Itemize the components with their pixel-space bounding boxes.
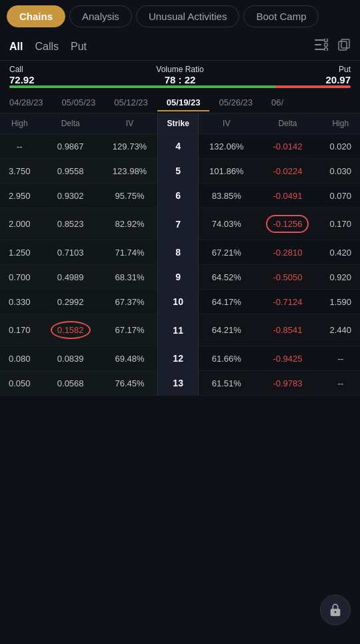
table-header-row: High Delta IV Strike IV Delta High — [0, 113, 360, 134]
cell-strike: 7 — [158, 208, 199, 240]
cell-strike: 12 — [158, 346, 199, 371]
cell-put-high: 0.170 — [321, 208, 360, 240]
cell-put-iv: 67.21% — [199, 240, 255, 265]
col-put-iv: IV — [199, 113, 255, 134]
cell-call-delta: 0.8523 — [39, 208, 102, 240]
cell-strike: 6 — [158, 184, 199, 208]
cell-call-high: 0.080 — [0, 346, 39, 371]
cell-call-delta: 0.9867 — [39, 134, 102, 159]
cell-call-delta: 0.0839 — [39, 346, 102, 371]
col-call-high: High — [0, 113, 39, 134]
date-0512[interactable]: 05/12/23 — [105, 95, 157, 111]
cell-put-delta: -0.8541 — [254, 314, 321, 346]
cell-call-iv: 69.48% — [102, 346, 158, 371]
svg-rect-7 — [341, 39, 349, 48]
table-row: 3.7500.9558123.98%5101.86%-0.02240.030 — [0, 159, 360, 184]
cell-call-high: 3.750 — [0, 159, 39, 184]
filter-calls[interactable]: Calls — [35, 41, 59, 53]
cell-put-high: 0.420 — [321, 240, 360, 265]
table-row: --0.9867129.73%4132.06%-0.01420.020 — [0, 134, 360, 159]
cell-call-high: 0.330 — [0, 290, 39, 314]
floating-lock-button[interactable] — [320, 595, 351, 625]
cell-call-high: 2.000 — [0, 208, 39, 240]
nav-bootcamp[interactable]: Boot Camp — [243, 5, 319, 27]
filter-all[interactable]: All — [9, 41, 23, 53]
cell-put-delta: -0.7124 — [254, 290, 321, 314]
cell-put-delta: -0.9783 — [254, 371, 321, 396]
cell-call-high: 0.050 — [0, 371, 39, 396]
cell-call-delta: 0.7103 — [39, 240, 102, 265]
date-0428[interactable]: 04/28/23 — [0, 95, 53, 111]
cell-put-iv: 132.06% — [199, 134, 255, 159]
cell-call-iv: 76.45% — [102, 371, 158, 396]
cell-call-high: 2.950 — [0, 184, 39, 208]
cell-put-high: 2.440 — [321, 314, 360, 346]
cell-put-delta: -0.0491 — [254, 184, 321, 208]
cell-strike: 4 — [158, 134, 199, 159]
cell-call-iv: 123.98% — [102, 159, 158, 184]
volume-ratio-section: Call Volume Ratio Put 72.92 78 : 22 20.9… — [0, 61, 360, 91]
date-0519[interactable]: 05/19/23 — [157, 95, 210, 111]
table-row: 0.0500.056876.45%1361.51%-0.9783-- — [0, 371, 360, 396]
nav-unusual[interactable]: Unusual Activities — [136, 5, 240, 27]
svg-rect-0 — [315, 39, 324, 41]
cell-call-high: 1.250 — [0, 240, 39, 265]
cell-put-delta: -0.5050 — [254, 265, 321, 290]
cell-put-delta: -0.0142 — [254, 134, 321, 159]
cell-put-delta: -0.1256 — [254, 208, 321, 240]
cell-strike: 9 — [158, 265, 199, 290]
cell-call-iv: 129.73% — [102, 134, 158, 159]
cell-put-delta: -0.9425 — [254, 346, 321, 371]
circled-put-delta: -0.1256 — [266, 215, 309, 233]
call-label: Call — [9, 65, 123, 74]
lock-icon — [328, 603, 343, 617]
cell-call-iv: 67.37% — [102, 290, 158, 314]
cell-put-delta: -0.0224 — [254, 159, 321, 184]
cell-put-iv: 64.21% — [199, 314, 255, 346]
cell-strike: 13 — [158, 371, 199, 396]
svg-point-3 — [325, 39, 328, 42]
table-row: 0.1700.158267.17%1164.21%-0.85412.440 — [0, 314, 360, 346]
cell-call-high: 0.700 — [0, 265, 39, 290]
svg-point-5 — [325, 48, 328, 51]
cell-put-iv: 83.85% — [199, 184, 255, 208]
date-0526[interactable]: 05/26/23 — [209, 95, 262, 111]
ratio-value: 78 : 22 — [123, 74, 237, 85]
cell-call-iv: 82.92% — [102, 208, 158, 240]
options-table-container: High Delta IV Strike IV Delta High --0.9… — [0, 113, 360, 396]
cell-put-high: 1.590 — [321, 290, 360, 314]
cell-put-iv: 64.52% — [199, 265, 255, 290]
filter-list-icon[interactable] — [315, 39, 329, 54]
svg-rect-6 — [339, 41, 347, 50]
cell-strike: 8 — [158, 240, 199, 265]
nav-analysis[interactable]: Analysis — [69, 5, 132, 27]
copy-icon[interactable] — [337, 38, 351, 55]
cell-call-delta: 0.0568 — [39, 371, 102, 396]
cell-call-iv: 68.31% — [102, 265, 158, 290]
cell-call-delta: 0.9558 — [39, 159, 102, 184]
cell-call-high: -- — [0, 134, 39, 159]
table-row: 1.2500.710371.74%867.21%-0.28100.420 — [0, 240, 360, 265]
date-06[interactable]: 06/ — [262, 95, 293, 111]
cell-put-high: -- — [321, 346, 360, 371]
vol-values: 72.92 78 : 22 20.97 — [9, 74, 351, 85]
top-nav: Chains Analysis Unusual Activities Boot … — [0, 0, 360, 33]
col-call-iv: IV — [102, 113, 158, 134]
filter-row: All Calls Put — [0, 33, 360, 61]
put-value: 20.97 — [237, 74, 351, 85]
options-table: High Delta IV Strike IV Delta High --0.9… — [0, 113, 360, 396]
table-row: 0.3300.299267.37%1064.17%-0.71241.590 — [0, 290, 360, 314]
cell-put-high: 0.920 — [321, 265, 360, 290]
cell-put-iv: 64.17% — [199, 290, 255, 314]
cell-call-delta: 0.2992 — [39, 290, 102, 314]
nav-chains[interactable]: Chains — [7, 5, 65, 27]
cell-put-iv: 74.03% — [199, 208, 255, 240]
cell-call-high: 0.170 — [0, 314, 39, 346]
cell-strike: 10 — [158, 290, 199, 314]
put-label: Put — [237, 65, 351, 74]
filter-put[interactable]: Put — [71, 41, 87, 53]
cell-call-delta: 0.1582 — [39, 314, 102, 346]
date-0505[interactable]: 05/05/23 — [53, 95, 105, 111]
cell-put-high: 0.070 — [321, 184, 360, 208]
cell-put-high: -- — [321, 371, 360, 396]
